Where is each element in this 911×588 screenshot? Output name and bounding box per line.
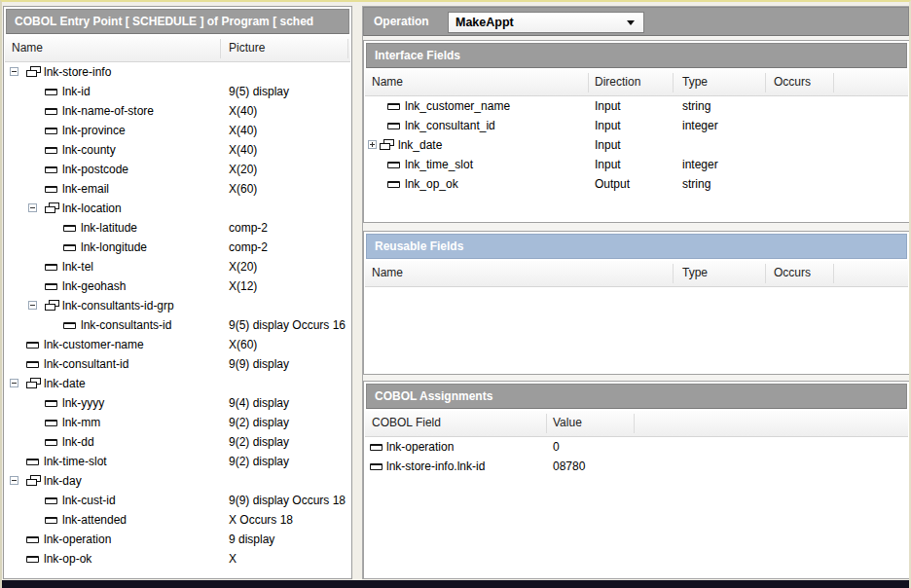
field-name: lnk-consultants-id xyxy=(81,315,171,335)
cobol-assignments-section: COBOL Assignments COBOL Field Value lnk-… xyxy=(363,381,910,579)
field-picture: X Occurs 18 xyxy=(229,510,293,530)
interface-field-row[interactable]: lnk_time_slotInputinteger xyxy=(365,155,908,174)
collapse-toggle-icon[interactable] xyxy=(10,379,18,387)
field-name: lnk-dd xyxy=(62,432,94,452)
interface-fields-table: lnk_customer_nameInputstringlnk_consulta… xyxy=(365,96,908,221)
interface-field-row[interactable]: lnk_op_okOutputstring xyxy=(365,174,908,194)
interface-fields-section: Interface Fields Name Direction Type Occ… xyxy=(363,40,910,223)
field-picture: 9(2) display xyxy=(229,432,289,452)
tree-row[interactable]: lnk-latitudecomp-2 xyxy=(5,218,350,238)
tree-row[interactable]: lnk-telX(20) xyxy=(5,257,350,276)
interface-field-row[interactable]: lnk_dateInput xyxy=(365,135,908,155)
field-picture: X(40) xyxy=(229,121,257,140)
column-header-direction: Direction xyxy=(595,70,640,94)
assignment-field: lnk-operation xyxy=(386,437,454,457)
operation-dropdown[interactable]: MakeAppt xyxy=(448,12,644,33)
field-name: lnk-location xyxy=(62,199,122,218)
field-name: lnk-id xyxy=(62,82,91,101)
field-picture: X(60) xyxy=(229,335,257,354)
tree-row[interactable]: lnk-mm9(2) display xyxy=(5,413,350,432)
collapse-toggle-icon[interactable] xyxy=(10,67,18,76)
elementary-field-icon xyxy=(45,439,57,446)
tree-row[interactable]: lnk-location xyxy=(5,199,350,218)
field-picture: X(60) xyxy=(229,179,257,199)
field-name: lnk-geohash xyxy=(62,276,126,296)
elementary-field-icon xyxy=(45,128,57,134)
tree-row[interactable]: lnk-op-okX xyxy=(5,549,350,569)
tree-row[interactable]: lnk-yyyy9(4) display xyxy=(5,393,350,413)
interface-field-row[interactable]: lnk_customer_nameInputstring xyxy=(365,96,908,116)
tree-row[interactable]: lnk-postcodeX(20) xyxy=(5,160,350,179)
collapse-toggle-icon[interactable] xyxy=(10,476,18,485)
column-separator xyxy=(220,39,221,58)
tree-row[interactable]: lnk-countyX(40) xyxy=(5,140,350,160)
field-picture: X(20) xyxy=(229,160,257,179)
field-name: lnk_date xyxy=(398,135,442,155)
reusable-fields-column-header: Name Type Occurs xyxy=(365,261,908,287)
assignment-field: lnk-store-info.lnk-id xyxy=(386,457,485,476)
field-picture: 9(9) display xyxy=(229,354,289,374)
elementary-field-icon xyxy=(387,162,400,168)
tree-row[interactable]: lnk-geohashX(12) xyxy=(5,276,350,296)
field-direction: Input xyxy=(595,135,621,155)
tree-row[interactable]: lnk-cust-id9(9) display Occurs 18 xyxy=(5,491,350,510)
expand-toggle-icon[interactable] xyxy=(368,140,377,149)
tree-row[interactable]: lnk-time-slot9(2) display xyxy=(5,452,350,471)
tree-row[interactable]: lnk-operation9 display xyxy=(5,530,350,549)
tree-row[interactable]: lnk-day xyxy=(5,471,350,491)
column-separator xyxy=(765,264,766,283)
column-separator xyxy=(833,73,834,92)
tree-row[interactable]: lnk-id9(5) display xyxy=(5,82,350,101)
field-name: lnk-operation xyxy=(44,530,111,549)
field-picture: 9(9) display Occurs 18 xyxy=(229,491,346,510)
field-name: lnk-name-of-store xyxy=(62,101,154,121)
elementary-field-icon xyxy=(45,283,57,290)
tree-row[interactable]: lnk-emailX(60) xyxy=(5,179,350,199)
field-name: lnk_consultant_id xyxy=(405,116,495,135)
group-field-icon xyxy=(26,66,42,78)
cobol-assignment-row[interactable]: lnk-store-info.lnk-id08780 xyxy=(365,457,908,476)
field-direction: Output xyxy=(595,174,630,194)
field-picture: comp-2 xyxy=(229,238,268,257)
field-name: lnk_time_slot xyxy=(405,155,473,174)
field-name: lnk-county xyxy=(62,140,116,160)
field-picture: X(40) xyxy=(229,140,257,160)
group-field-icon xyxy=(380,139,395,151)
interface-field-row[interactable]: lnk_consultant_idInputinteger xyxy=(365,116,908,135)
column-header-type: Type xyxy=(682,261,708,285)
tree-row[interactable]: lnk-provinceX(40) xyxy=(5,121,350,140)
elementary-field-icon xyxy=(26,459,39,465)
tree-row[interactable]: lnk-consultants-id-grp xyxy=(5,296,350,315)
tree-row[interactable]: lnk-consultant-id9(9) display xyxy=(5,354,350,374)
operation-label: Operation xyxy=(374,8,429,35)
elementary-field-icon xyxy=(45,147,57,154)
elementary-field-icon xyxy=(370,444,383,451)
field-name: lnk-date xyxy=(44,374,86,393)
column-separator xyxy=(833,264,834,283)
column-header-name: Name xyxy=(372,70,403,94)
column-separator xyxy=(634,414,635,433)
collapse-toggle-icon[interactable] xyxy=(28,301,37,310)
interface-fields-title: Interface Fields xyxy=(375,49,460,62)
column-header-value: Value xyxy=(553,411,582,435)
column-header-type: Type xyxy=(682,70,708,94)
cobol-assignment-row[interactable]: lnk-operation0 xyxy=(365,437,908,457)
group-field-icon xyxy=(26,378,42,389)
reusable-fields-title: Reusable Fields xyxy=(375,239,463,253)
elementary-field-icon xyxy=(45,420,57,426)
tree-row[interactable]: lnk-name-of-storeX(40) xyxy=(5,101,350,121)
field-name: lnk-day xyxy=(44,471,82,491)
tree-row[interactable]: lnk-customer-nameX(60) xyxy=(5,335,350,354)
tree-row[interactable]: lnk-consultants-id9(5) display Occurs 16 xyxy=(5,315,350,335)
tree-row[interactable]: lnk-longitudecomp-2 xyxy=(5,238,350,257)
tree-row[interactable]: lnk-attendedX Occurs 18 xyxy=(5,510,350,530)
collapse-toggle-icon[interactable] xyxy=(28,203,37,212)
tree-row[interactable]: lnk-dd9(2) display xyxy=(5,432,350,452)
tree-row[interactable]: lnk-date xyxy=(5,374,350,393)
elementary-field-icon xyxy=(26,536,39,543)
column-separator xyxy=(765,73,766,92)
chevron-down-icon xyxy=(627,20,635,25)
application-window: COBOL Entry Point [ SCHEDULE ] of Progra… xyxy=(0,0,911,588)
tree-row[interactable]: lnk-store-info xyxy=(5,62,350,82)
elementary-field-icon xyxy=(45,166,57,173)
